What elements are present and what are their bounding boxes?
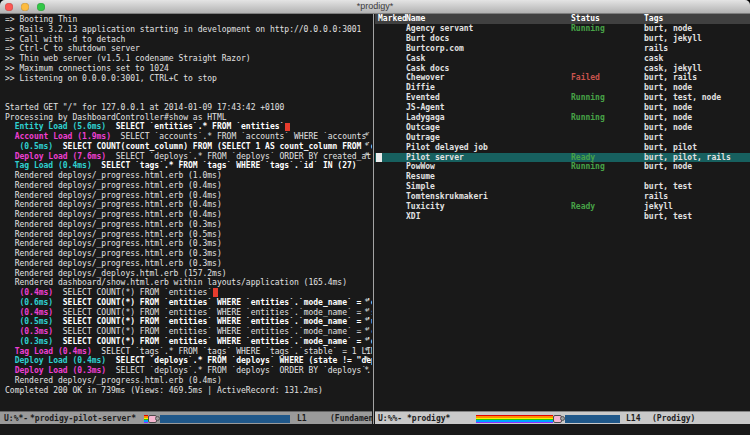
service-row[interactable]: Agency servantRunningburt, node: [375, 24, 750, 34]
service-tags: rails: [644, 44, 668, 54]
log-line: (0.3ms) SELECT COUNT(*) FROM `entities` …: [5, 327, 372, 337]
nyan-cat-icon: [553, 415, 565, 423]
log-line: Processing by DashboardController#show a…: [5, 113, 372, 123]
service-tags: burt, jekyll: [644, 34, 702, 44]
header-marked: Marked: [378, 14, 407, 24]
log-line: => Ctrl-C to shutdown server: [5, 44, 372, 54]
service-row[interactable]: TuxicityReadyjekyll: [375, 202, 750, 212]
service-tags: burt, pilot, rails: [644, 153, 731, 163]
service-tags: rails: [644, 192, 668, 202]
service-name: Burtcorp.com: [406, 44, 464, 54]
service-row[interactable]: ChewoverFailedburt, rails: [375, 73, 750, 83]
header-status: Status: [571, 14, 600, 24]
service-row[interactable]: JS-Agentburt, node: [375, 103, 750, 113]
service-name: Tomtenskrukmakeri: [406, 192, 488, 202]
right-modeline: U:%%- *prodigy* L14 (Prodigy): [375, 411, 750, 424]
service-row[interactable]: Tomtenskrukmakerirails: [375, 192, 750, 202]
service-row[interactable]: Burtcorp.comrails: [375, 44, 750, 54]
log-line: => Call with -d to detach: [5, 35, 372, 45]
service-name: Evented: [406, 93, 440, 103]
service-tags: burt, test: [644, 212, 692, 222]
log-line: Rendered deploys/_progress.html.erb (0.4…: [5, 200, 372, 210]
log-line: => Rails 3.2.13 application starting in …: [5, 25, 372, 35]
service-status: Running: [571, 24, 605, 34]
service-row[interactable]: Burt docsburt, jekyll: [375, 34, 750, 44]
service-tags: burt, test: [644, 182, 692, 192]
service-list[interactable]: Agency servantRunningburt, nodeBurt docs…: [375, 24, 750, 411]
right-modeline-flags: U:%%-: [378, 412, 402, 424]
line-truncation-marker: *: [364, 327, 369, 337]
emacs-window: *prodigy* => Booting Thin=> Rails 3.2.13…: [0, 0, 750, 435]
log-line: => Booting Thin: [5, 15, 372, 25]
echo-area[interactable]: [0, 424, 750, 435]
red-block-cursor: [213, 288, 218, 297]
prodigy-pane: Marked Name Status Tags Agency servantRu…: [375, 14, 750, 424]
service-row[interactable]: Pilot serverReadyburt, pilot, rails: [375, 153, 750, 163]
line-truncation-marker: *: [364, 308, 369, 318]
titlebar[interactable]: *prodigy*: [0, 0, 750, 14]
service-status: Running: [571, 93, 605, 103]
log-line: Deploy Load (0.3ms) SELECT `deploys`.* F…: [5, 366, 372, 376]
log-line: Rendered deploys/_progress.html.erb (0.4…: [5, 191, 372, 201]
service-tags: burt, node: [644, 162, 692, 172]
left-modeline-major-mode: (Fundamen: [330, 412, 372, 424]
left-modeline: U:%*- *prodigy-pilot-server* L1 (Fundame…: [0, 411, 372, 424]
service-row[interactable]: XDIburt, test: [375, 212, 750, 222]
nyan-track: [565, 415, 620, 423]
line-truncation-marker: *: [364, 152, 369, 162]
log-line: Rendered deploys/_progress.html.erb (0.4…: [5, 376, 372, 386]
service-row[interactable]: EventedRunningburt, test, node: [375, 93, 750, 103]
log-line: Tag Load (0.4ms) SELECT `tags`.* FROM `t…: [5, 347, 372, 357]
service-name: Burt docs: [406, 34, 449, 44]
window-title: *prodigy*: [0, 0, 750, 13]
service-name: XDI: [406, 212, 420, 222]
left-modeline-buffer-name: *prodigy-pilot-server*: [30, 412, 136, 424]
log-line: Rendered deploys/_progress.html.erb (0.4…: [5, 210, 372, 220]
log-line: (0.5ms) SELECT COUNT(count_column) FROM …: [5, 142, 372, 152]
service-row[interactable]: Simpleburt, test: [375, 182, 750, 192]
line-truncation-marker: *: [364, 347, 369, 357]
service-name: Outcage: [406, 123, 440, 133]
service-name: Outrage: [406, 133, 440, 143]
service-name: Diffie: [406, 83, 435, 93]
service-row[interactable]: Outrageburt: [375, 133, 750, 143]
service-tags: burt, node: [644, 24, 692, 34]
right-modeline-buffer-name: *prodigy*: [407, 412, 450, 424]
log-line: Rendered deploys/_deploys.html.erb (157.…: [5, 269, 372, 279]
process-log-buffer[interactable]: => Booting Thin=> Rails 3.2.13 applicati…: [0, 14, 372, 411]
service-status: Running: [571, 113, 605, 123]
service-row[interactable]: Diffieburt, node: [375, 83, 750, 93]
log-line: (0.6ms) SELECT COUNT(*) FROM `entities` …: [5, 298, 372, 308]
right-modeline-major-mode: (Prodigy): [652, 412, 695, 424]
process-log-pane: => Booting Thin=> Rails 3.2.13 applicati…: [0, 14, 372, 424]
service-tags: cask: [644, 54, 663, 64]
service-row[interactable]: Caskcask: [375, 54, 750, 64]
nyan-track: [160, 415, 290, 423]
service-row[interactable]: Resume: [375, 172, 750, 182]
log-line: Rendered deploys/_progress.html.erb (0.3…: [5, 249, 372, 259]
red-block-cursor: [285, 123, 290, 132]
services-header: Marked Name Status Tags: [375, 14, 750, 24]
service-row[interactable]: Outcageburt, node: [375, 123, 750, 133]
line-truncation-marker: *: [364, 142, 369, 152]
log-line: [5, 83, 372, 93]
log-line: Tag Load (0.4ms) SELECT `tags`.* FROM `t…: [5, 161, 372, 171]
service-name: Pilot server: [406, 153, 464, 163]
service-name: Tuxicity: [406, 202, 445, 212]
log-line: (0.4ms) SELECT COUNT(*) FROM `entities` …: [5, 308, 372, 318]
service-row[interactable]: PowWowRunningburt, node: [375, 162, 750, 172]
service-row[interactable]: Pilot delayed jobburt, pilot: [375, 143, 750, 153]
service-tags: burt, node: [644, 123, 692, 133]
log-line: (0.3ms) SELECT COUNT(*) FROM `entities` …: [5, 337, 372, 347]
line-truncation-marker: *: [364, 337, 369, 347]
nyan-cat-icon: [148, 415, 160, 423]
service-status: Ready: [571, 153, 595, 163]
service-name: Cask: [406, 54, 425, 64]
log-line: Rendered dashboard/show.html.erb within …: [5, 278, 372, 288]
log-line: Entity Load (5.6ms) SELECT `entities`.* …: [5, 122, 372, 132]
service-row[interactable]: Cask docscask, jekyll: [375, 64, 750, 74]
service-status: Running: [571, 162, 605, 172]
line-truncation-marker: *: [364, 366, 369, 376]
service-row[interactable]: LadygagaRunningburt, node: [375, 113, 750, 123]
log-line: >> Maximum connections set to 1024: [5, 64, 372, 74]
